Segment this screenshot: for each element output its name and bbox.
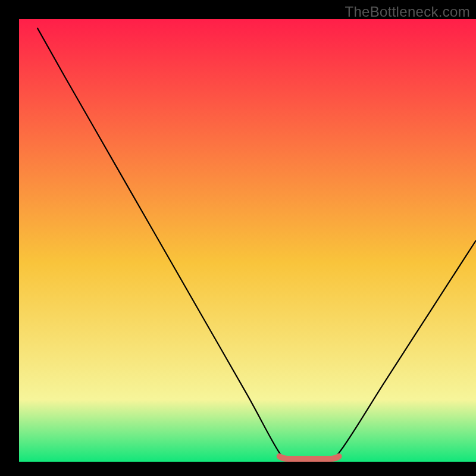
- valley-marker: [280, 456, 339, 459]
- chart-container: TheBottleneck.com: [0, 0, 476, 476]
- bottleneck-chart: [0, 0, 476, 476]
- watermark-label: TheBottleneck.com: [345, 4, 470, 20]
- frame-left: [0, 0, 19, 476]
- frame-bottom: [0, 462, 476, 476]
